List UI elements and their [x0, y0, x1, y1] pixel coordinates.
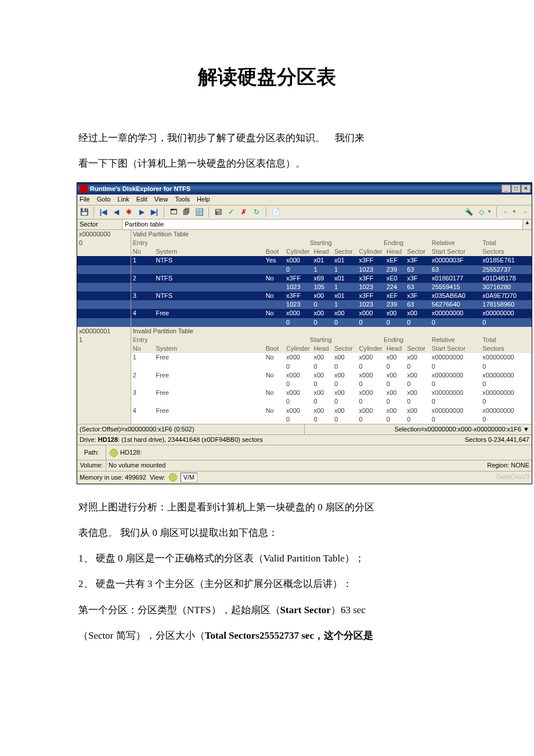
drive-info: Drive: HD128: (1st hard drive), 23444164… [80, 436, 263, 444]
partition-row[interactable]: 1NTFSYes x000x01x01 x3FFxEFx3F x0000003F… [77, 256, 532, 265]
nav-first-icon[interactable]: |◀ [99, 207, 108, 217]
paint-icon[interactable]: ◇ [477, 207, 486, 217]
refresh-icon[interactable]: ↻ [252, 207, 261, 217]
col-ecyl: Cylinder [357, 247, 384, 256]
minimize-button[interactable]: _ [501, 185, 511, 193]
col-boot: Boot [264, 247, 284, 256]
page-icon[interactable]: 📄 [271, 207, 280, 217]
col-relative: Relative [430, 239, 481, 247]
col-ending: Ending [357, 239, 430, 247]
menu-help[interactable]: Help [197, 196, 210, 203]
menu-file[interactable]: File [80, 196, 90, 203]
intro-line-2: 看一下下图（计算机上第一块硬盘的分区表信息）。 [78, 151, 456, 177]
save-icon[interactable]: 💾 [80, 207, 89, 217]
para-2: （Sector 简写），分区大小（Total Sectors25552737 s… [78, 623, 456, 649]
partition-row-dec[interactable]: 000 000 00 [77, 362, 532, 371]
menu-link[interactable]: Link [118, 196, 129, 203]
nav-last-icon[interactable]: ▶| [150, 207, 159, 217]
tool-icon-4[interactable]: 🗟 [214, 207, 223, 217]
back-icon[interactable]: ← [501, 207, 511, 217]
partition-row-dec[interactable]: 102301 102323963 56276640178158960 [77, 300, 532, 309]
sector-value: Partition table [122, 219, 522, 229]
sector-label: Sector [77, 219, 122, 229]
view-label: View: [150, 474, 165, 481]
col-starting: Starting [284, 239, 357, 247]
invalid-partition-label: Invalid Partition Table [131, 327, 532, 336]
partition-row[interactable]: 1FreeNo x000x00x00 x000x00x00 x00000000x… [77, 353, 532, 362]
analysis-line-1: 对照上图进行分析：上图是看到计算机上第一块硬盘的 0 扇区的分区 [78, 495, 456, 520]
list-item-1: 1、 硬盘 0 扇区是一个正确格式的分区表（Valid Partition Ta… [78, 546, 456, 571]
partition-row[interactable]: 2FreeNo x000x00x00 x000x00x00 x00000000x… [77, 371, 532, 380]
addr-1: x00000001 [77, 327, 131, 336]
toolbar: 💾 |◀ ◀ ✱ ▶ ▶| 🗔 🗐 🔡 🗟 ✓ ✗ ↻ 📄 🔦 ◇ ▼ ← ▼ [77, 206, 532, 219]
col-esec: Sector [405, 247, 430, 256]
region-value: Region: NONE [485, 460, 532, 470]
wand-icon[interactable]: 🔦 [464, 207, 473, 217]
idx-0: 0 [77, 239, 131, 247]
tool-icon-2[interactable]: 🗐 [182, 207, 191, 217]
nav-up-icon[interactable]: ✱ [124, 207, 134, 217]
page-title: 解读硬盘分区表 [78, 64, 456, 91]
status-right: Selection=x00000000:x000-x00000000:x1F6 … [305, 424, 532, 434]
volume-label: Volume: [77, 460, 106, 470]
partition-row[interactable]: 2NTFSNo x3FFx69x01 x3FFxE0x3F x01860177x… [77, 274, 532, 283]
partition-row-dec[interactable]: 000 000 00 [77, 380, 532, 388]
titlebar[interactable]: Runtime's DiskExplorer for NTFS _ □ × [77, 183, 532, 195]
watermark-text: DedeCmsV3 [496, 474, 529, 481]
partition-row-dec[interactable]: 10231051 102322463 2555941530716280 [77, 283, 532, 291]
partition-row-dec[interactable]: 011 102323963 6325552737 [77, 265, 532, 274]
menu-view[interactable]: View [154, 196, 168, 203]
col-entry: Entry [131, 239, 154, 247]
drive-sectors: Sectors 0-234,441,647 [465, 436, 529, 444]
col-no: No [131, 247, 154, 256]
disk-icon [169, 473, 177, 481]
partition-row[interactable]: 4FreeNo x000x00x00 x000x00x00 x00000000x… [77, 309, 532, 318]
path-label: Path: [77, 445, 106, 460]
col-system: System [154, 247, 264, 256]
menu-edit[interactable]: Edit [136, 196, 147, 203]
partition-row-dec[interactable]: 000 000 00 [77, 397, 532, 406]
close-button[interactable]: × [521, 185, 531, 193]
memory-usage: Memory in use: 499692 [80, 474, 146, 481]
back-dropdown-icon[interactable]: ▼ [512, 209, 517, 215]
col-sec: Sector [333, 247, 358, 256]
partition-row-dec[interactable]: 000 000 00 [77, 318, 532, 327]
para-1: 第一个分区：分区类型（NTFS），起始扇区（Start Sector）63 se… [78, 597, 456, 623]
view-mode[interactable]: V/M [181, 473, 198, 483]
scroll-up-button[interactable]: ▲ [522, 219, 532, 229]
app-logo-icon [80, 185, 88, 193]
partition-row[interactable]: 4FreeNo x000x00x00 x000x00x00 x00000000x… [77, 406, 532, 415]
partition-row[interactable]: 3FreeNo x000x00x00 x000x00x00 x00000000x… [77, 388, 532, 397]
col-total: Total [481, 239, 532, 247]
dropdown-icon[interactable]: ▼ [487, 209, 492, 215]
nav-prev-icon[interactable]: ◀ [111, 207, 121, 217]
col-startsec: Start Sector [430, 247, 481, 256]
check-icon[interactable]: ✓ [226, 207, 236, 217]
valid-partition-label: Valid Partition Table [131, 230, 532, 239]
delete-icon[interactable]: ✗ [239, 207, 248, 217]
col-head: Head [312, 247, 332, 256]
menu-goto[interactable]: Goto [97, 196, 111, 203]
diskexplorer-window: Runtime's DiskExplorer for NTFS _ □ × Fi… [77, 182, 532, 484]
tool-icon-3[interactable]: 🔡 [194, 207, 204, 217]
col-ehead: Head [385, 247, 405, 256]
tool-icon-1[interactable]: 🗔 [169, 207, 178, 217]
scroll-down-button[interactable]: ▼ [523, 426, 529, 433]
menu-tools[interactable]: Tools [175, 196, 190, 203]
forward-icon[interactable]: → [520, 207, 529, 217]
window-title: Runtime's DiskExplorer for NTFS [90, 185, 501, 193]
partition-row[interactable]: 3NTFSNo x3FFx00x01 x3FFxEFx3F x035AB6A0x… [77, 291, 532, 300]
status-left: (Sector:Offset)=x00000000:x1F6 (0:502) [77, 424, 305, 434]
analysis-line-2: 表信息。 我们从 0 扇区可以提取出如下信息： [78, 520, 456, 546]
partition-grid: x00000000 Valid Partition Table 0 Entry … [77, 230, 532, 424]
idx-1: 1 [77, 336, 131, 344]
addr-0: x00000000 [77, 230, 131, 239]
path-value: HD128: [120, 449, 142, 456]
col-sectors: Sectors [481, 247, 532, 256]
menubar: File Goto Link Edit View Tools Help [77, 195, 532, 205]
partition-row-dec[interactable]: 000 000 00 [77, 415, 532, 424]
maximize-button[interactable]: □ [511, 185, 521, 193]
nav-next-icon[interactable]: ▶ [137, 207, 146, 217]
intro-line-1: 经过上一章的学习，我们初步了解了硬盘分区表的知识。 我们来 [78, 125, 456, 151]
list-item-2: 2、 硬盘一共有 3 个主分区（主分区和扩展分区概念以后讲）： [78, 571, 456, 597]
